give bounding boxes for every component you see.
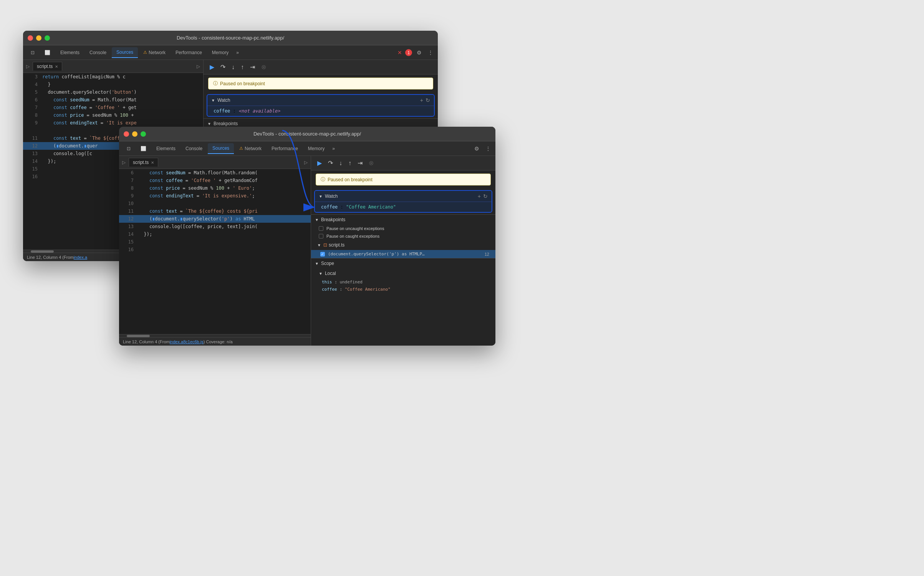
add-watch-btn-2[interactable]: + <box>478 193 481 199</box>
code-line-2-9: 9 const endingText = 'It is expensive.'; <box>119 192 311 200</box>
file-tab-2[interactable]: script.ts ✕ <box>129 158 158 167</box>
tab-elements-2[interactable]: Elements <box>152 144 180 154</box>
code-line-2-7: 7 const coffee = 'Coffee ' + getRandomCo… <box>119 177 311 184</box>
watch-value-2: "Coffee Americano" <box>346 204 396 210</box>
step-over-btn-1[interactable]: ↷ <box>219 63 227 71</box>
scroll-bar-h-2[interactable] <box>119 334 311 337</box>
refresh-watch-btn-1[interactable]: ↻ <box>426 97 430 103</box>
tab-elements-1[interactable]: Elements <box>56 48 84 58</box>
bp-file-header[interactable]: ▼ ⊡ script.ts <box>311 240 495 250</box>
tab-bar-2: ⊡ ⬜ Elements Console Sources ⚠ Network P… <box>119 141 495 156</box>
minimize-button-1[interactable] <box>36 35 41 41</box>
watch-header-1[interactable]: ▼ Watch + ↻ <box>207 95 434 106</box>
code-line-3: 3 return coffeeList[magicNum % c <box>23 73 203 81</box>
file-tab-bar-1: ▷ script.ts ✕ ▷ <box>23 60 203 73</box>
code-line-7: 7 const coffee = 'Coffee ' + get <box>23 104 203 111</box>
file-tab-close-1[interactable]: ✕ <box>55 65 58 69</box>
step-out-btn-2[interactable]: ↑ <box>347 159 353 167</box>
code-line-2-6: 6 const seedNum = Math.floor(Math.random… <box>119 169 311 177</box>
step-fwd-btn-1[interactable]: ⇥ <box>248 63 257 71</box>
inspector-icon: ⊡ <box>31 50 35 55</box>
tab-console-1[interactable]: Console <box>85 48 111 58</box>
tab-memory-1[interactable]: Memory <box>207 48 233 58</box>
close-button-2[interactable] <box>124 131 129 137</box>
local-section-header[interactable]: ▼ Local <box>311 268 495 278</box>
tab-sources-2[interactable]: Sources <box>208 143 234 154</box>
more-icon-1[interactable]: ⋮ <box>426 48 435 57</box>
bp-caught-checkbox[interactable] <box>319 234 323 238</box>
tab-inspector-1[interactable]: ⊡ <box>26 48 39 58</box>
refresh-watch-btn-2[interactable]: ↻ <box>483 193 488 199</box>
tab-console-2[interactable]: Console <box>181 144 207 154</box>
breakpoint-notice-2: ⓘ Paused on breakpoint <box>316 174 491 185</box>
local-arrow: ▼ <box>319 271 323 276</box>
device-icon-2: ⬜ <box>141 146 146 151</box>
code-line-2-13: 13 console.log([coffee, price, text].joi… <box>119 223 311 230</box>
breakpoint-notice-1: ⓘ Paused on breakpoint <box>208 78 433 89</box>
tab-device-1[interactable]: ⬜ <box>40 48 55 58</box>
maximize-button-2[interactable] <box>141 131 146 137</box>
tab-inspector-2[interactable]: ⊡ <box>122 144 135 154</box>
devtools-window-2: DevTools - consistent-source-map-pc.netl… <box>119 127 495 346</box>
step-into-btn-2[interactable]: ↓ <box>338 159 344 167</box>
bp-line-checkbox[interactable]: ✓ <box>320 252 325 257</box>
info-icon-1: ⓘ <box>213 80 218 87</box>
status-link-1[interactable]: index.a <box>74 255 87 260</box>
tab-bar-1: ⊡ ⬜ Elements Console Sources ⚠ Network P… <box>23 45 438 60</box>
tab-performance-1[interactable]: Performance <box>171 48 207 58</box>
watch-section-2: ▼ Watch + ↻ coffee : "Coffee Americano" <box>314 190 492 213</box>
breakpoints-arrow-1: ▼ <box>207 122 211 126</box>
expand-icon-1: ▷ <box>26 64 30 69</box>
settings-icon-2[interactable]: ⚙ <box>473 144 481 153</box>
debug-panel-2: ▶ ↷ ↓ ↑ ⇥ ⊗ ⓘ Paused on breakpoint ▼ Wat… <box>311 156 495 346</box>
file-tab-nav-2[interactable]: ▷ <box>304 160 308 165</box>
resume-btn-2[interactable]: ▶ <box>316 159 323 167</box>
code-line-8: 8 const price = seedNum % 100 + <box>23 111 203 119</box>
step-out-btn-1[interactable]: ↑ <box>239 63 245 71</box>
breakpoints-section-header-2[interactable]: ▼ Breakpoints <box>311 214 495 225</box>
scope-section-header[interactable]: ▼ Scope <box>311 258 495 268</box>
bp-uncaught-checkbox[interactable] <box>319 226 323 231</box>
tab-network-1[interactable]: ⚠ Network <box>139 48 170 58</box>
watch-header-2[interactable]: ▼ Watch + ↻ <box>315 191 492 202</box>
watch-section-1: ▼ Watch + ↻ coffee : <not available> <box>207 94 435 117</box>
tab-performance-2[interactable]: Performance <box>267 144 303 154</box>
tab-device-2[interactable]: ⬜ <box>136 144 151 154</box>
settings-icon-1[interactable]: ⚙ <box>415 48 423 57</box>
close-button-1[interactable] <box>28 35 33 41</box>
minimize-button-2[interactable] <box>132 131 137 137</box>
file-tab-close-2[interactable]: ✕ <box>151 161 154 165</box>
watch-actions-1: + ↻ <box>420 97 430 103</box>
tab-more-1[interactable]: » <box>234 48 241 57</box>
code-line-2-16: 16 <box>119 246 311 253</box>
window-controls-1 <box>28 35 50 41</box>
resume-btn-1[interactable]: ▶ <box>208 63 216 71</box>
tab-sources-1[interactable]: Sources <box>112 47 138 58</box>
code-line-9: 9 const endingText = 'It is expe <box>23 119 203 127</box>
bp-file-arrow: ▼ <box>317 243 321 247</box>
window-controls-2 <box>124 131 146 137</box>
expand-icon-2: ▷ <box>122 160 126 165</box>
tab-more-2[interactable]: » <box>330 144 337 153</box>
tab-network-2[interactable]: ⚠ Network <box>235 144 266 154</box>
step-fwd-btn-2[interactable]: ⇥ <box>356 159 364 167</box>
maximize-button-1[interactable] <box>45 35 50 41</box>
step-into-btn-1[interactable]: ↓ <box>230 63 236 71</box>
code-line-6: 6 const seedNum = Math.floor(Mat <box>23 96 203 104</box>
more-icon-2[interactable]: ⋮ <box>484 144 492 153</box>
scope-coffee-item: coffee : "Coffee Americano" <box>311 286 495 293</box>
network-warning-icon-1: ⚠ <box>143 50 147 55</box>
code-line-5: 5 document.querySelector('button') <box>23 88 203 96</box>
deactivate-btn-2: ⊗ <box>367 159 375 167</box>
step-over-btn-2[interactable]: ↷ <box>326 159 334 167</box>
file-tab-1[interactable]: script.ts ✕ <box>33 62 62 71</box>
tab-memory-2[interactable]: Memory <box>303 144 329 154</box>
error-badge-1: 1 <box>405 49 412 56</box>
file-tab-nav-1[interactable]: ▷ <box>197 64 200 69</box>
file-tab-name-2: script.ts <box>133 160 149 165</box>
title-bar-2: DevTools - consistent-source-map-pc.netl… <box>119 127 495 141</box>
status-link-2[interactable]: index.a8c1ec6b.js <box>170 339 204 344</box>
file-tab-bar-2: ▷ script.ts ✕ ▷ <box>119 156 311 169</box>
add-watch-btn-1[interactable]: + <box>420 97 423 103</box>
bp-file-line: ✓ (document.querySelector('p') as HTMLP…… <box>311 250 495 258</box>
